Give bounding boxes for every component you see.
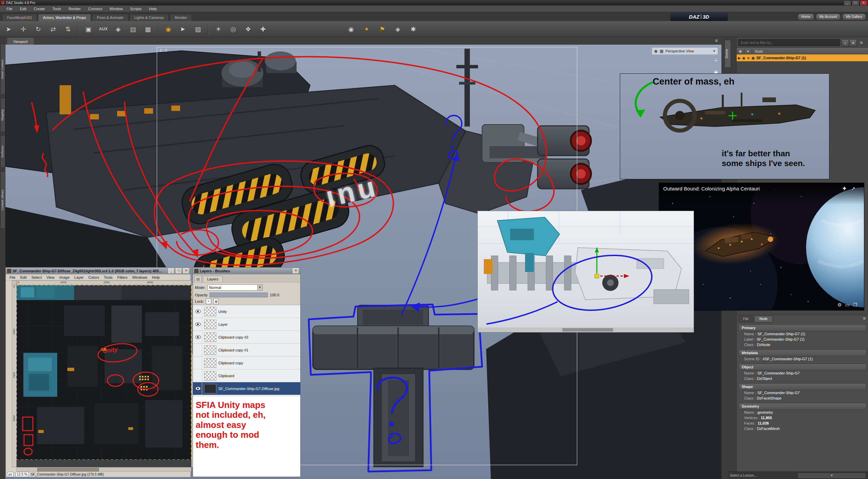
- scene-pane-menu-icon[interactable]: ≡: [860, 40, 863, 45]
- gimp-minimize-button[interactable]: _: [168, 268, 174, 274]
- geometry-editor-icon[interactable]: ▦: [143, 25, 153, 33]
- spot-render-icon[interactable]: ◉: [163, 25, 173, 33]
- layer-row-clipboard[interactable]: Clipboard: [193, 369, 300, 382]
- visibility-cell-empty[interactable]: [194, 369, 202, 382]
- visibility-eye-icon[interactable]: [195, 322, 201, 326]
- my-gallery-button[interactable]: My Gallery: [842, 14, 866, 20]
- menu-scripts[interactable]: Scripts: [127, 5, 146, 12]
- layers-dock-icon[interactable]: ▤: [194, 276, 202, 282]
- opacity-slider[interactable]: [210, 293, 268, 297]
- viewport-pane-menu-icon[interactable]: ≡: [715, 38, 718, 43]
- rotate-tool-icon[interactable]: ↻: [33, 25, 43, 33]
- frame-camera-icon[interactable]: ▣: [83, 25, 93, 33]
- gimp-close-button[interactable]: ✕: [183, 268, 189, 274]
- gimp-menu-colors[interactable]: Colors: [86, 275, 102, 279]
- gimp-menu-view[interactable]: View: [44, 275, 57, 279]
- visibility-eye-icon[interactable]: [195, 387, 201, 390]
- menu-connect[interactable]: Connect: [85, 5, 106, 12]
- scene-selected-node-row[interactable]: ▶ ◉ ➤ ▣ SF_Commander-Ship-G7 (1): [737, 54, 868, 61]
- menu-edit[interactable]: Edit: [16, 5, 30, 12]
- chevron-down-icon[interactable]: ▼: [713, 49, 716, 53]
- maximize-button[interactable]: □: [852, 0, 859, 5]
- universal-manipulator-icon[interactable]: ✛: [18, 25, 28, 33]
- aux-viewport-icon[interactable]: AUX: [98, 27, 108, 31]
- joint-editor-icon[interactable]: ◈: [393, 25, 403, 33]
- menu-help[interactable]: Help: [145, 5, 160, 12]
- visibility-eye-icon[interactable]: [195, 335, 201, 339]
- gimp-menu-select[interactable]: Select: [29, 275, 44, 279]
- tab-pose-animate[interactable]: Pose & Animate: [92, 14, 128, 21]
- texture-shaded-icon[interactable]: ▨: [193, 25, 203, 33]
- miniplayer-icon[interactable]: ▭: [845, 302, 853, 307]
- tab-file[interactable]: File: [738, 316, 754, 322]
- layers-title-bar[interactable]: Layers - Brushes ✕: [193, 268, 300, 274]
- gimp-menu-help[interactable]: Help: [150, 275, 162, 279]
- camera-tool-icon[interactable]: ◎: [228, 25, 238, 33]
- unit-selector[interactable]: px: [7, 472, 14, 477]
- menu-file[interactable]: File: [3, 5, 16, 12]
- perspective-cube-icon[interactable]: ◉: [346, 25, 356, 33]
- minimize-button[interactable]: _: [844, 0, 851, 5]
- lock-alpha-checkbox[interactable]: ▦: [213, 299, 219, 304]
- sidebar-tab-content-library[interactable]: Content Library: [0, 171, 5, 229]
- tab-facemorph101[interactable]: FaceMorph101: [2, 14, 37, 21]
- menu-create[interactable]: Create: [30, 5, 49, 12]
- visibility-cell-empty[interactable]: [194, 344, 202, 357]
- layers-close-button[interactable]: ✕: [293, 268, 299, 274]
- tab-lights-cameras[interactable]: Lights & Cameras: [129, 14, 169, 21]
- sidebar-tab-smart-content[interactable]: Smart Content: [0, 44, 5, 95]
- viewport-tab[interactable]: Viewport: [7, 38, 34, 45]
- expander-icon[interactable]: ▶: [738, 56, 741, 60]
- sidebar-tab-shaping[interactable]: Shaping: [0, 98, 5, 132]
- layer-row-unity[interactable]: Unity: [193, 305, 300, 318]
- scene-pane-vertical-tab[interactable]: Scene: [724, 40, 731, 68]
- highlight-lock-icon[interactable]: ✦: [362, 25, 372, 33]
- my-account-button[interactable]: My Account: [816, 14, 841, 20]
- translate-tool-icon[interactable]: ⇄: [48, 25, 58, 33]
- search-icon[interactable]: ⌕: [842, 39, 849, 47]
- eye-icon[interactable]: ◉: [742, 56, 745, 60]
- tab-node[interactable]: Node: [754, 316, 773, 322]
- zoom-selector[interactable]: 12.5 %: [16, 472, 29, 477]
- layer-row-diffuse-selected[interactable]: SF_Commander-Ship-G7-Diffuse.jpg: [193, 382, 300, 395]
- gimp-menu-image[interactable]: Image: [57, 275, 72, 279]
- menu-tools[interactable]: Tools: [49, 5, 65, 12]
- render-icon[interactable]: ►: [178, 25, 188, 33]
- scene-navigator-icon[interactable]: ❖: [243, 25, 253, 33]
- gimp-hscrollbar[interactable]: [17, 467, 191, 472]
- close-button[interactable]: ✕: [860, 0, 867, 5]
- pan-gizmo-icon[interactable]: ✛: [714, 58, 718, 65]
- visibility-cell-empty[interactable]: [194, 357, 202, 369]
- settings-gear-icon[interactable]: ⚙: [838, 302, 845, 307]
- tab-render[interactable]: Render: [170, 14, 192, 21]
- fullscreen-icon[interactable]: ❐: [853, 302, 861, 307]
- powerpose-icon[interactable]: ✚: [258, 25, 268, 33]
- layers-tab[interactable]: Layers: [203, 276, 223, 282]
- surface-selection-icon[interactable]: ▤: [128, 25, 138, 33]
- gimp-menu-windows[interactable]: Windows: [130, 275, 150, 279]
- mode-select[interactable]: Normal▼: [208, 284, 258, 291]
- sidebar-tab-surfaces[interactable]: Surfaces: [0, 135, 5, 168]
- inset-scrollbar-thumb[interactable]: [562, 328, 613, 332]
- camera-selector[interactable]: ◉ ▦ Perspective View ▼: [652, 47, 718, 55]
- gimp-title-bar[interactable]: SF_Commander-Ship-G7-Diffuse_Z4g001light…: [6, 268, 191, 274]
- gimp-menu-filters[interactable]: Filters: [115, 275, 130, 279]
- gimp-menu-layer[interactable]: Layer: [72, 275, 86, 279]
- tab-actors-wardrobe-props[interactable]: Actors, Wardrobe & Props: [38, 14, 91, 21]
- node-pane-menu-icon[interactable]: ≡: [863, 316, 866, 321]
- flag-tool-icon[interactable]: ⚑: [377, 25, 387, 33]
- lesson-dropdown-icon[interactable]: ▼: [798, 473, 866, 479]
- layer-row-clipboard-copy-2[interactable]: Clipboard copy #2: [193, 331, 300, 344]
- home-button[interactable]: Home: [798, 14, 814, 20]
- gimp-maximize-button[interactable]: □: [176, 268, 182, 274]
- visibility-eye-icon[interactable]: [195, 310, 201, 313]
- clear-filter-icon[interactable]: ✕: [849, 39, 857, 47]
- node-selection-icon[interactable]: ◈: [113, 25, 123, 33]
- gimp-menu-tools[interactable]: Tools: [102, 275, 115, 279]
- gimp-menu-file[interactable]: File: [7, 275, 18, 279]
- scale-tool-icon[interactable]: ⇅: [63, 25, 73, 33]
- video-title[interactable]: Outward Bound: Colonizing Alpha Centauri: [663, 186, 760, 191]
- menu-render[interactable]: Render: [65, 5, 84, 12]
- share-icon[interactable]: ↗: [851, 186, 860, 191]
- menu-window[interactable]: Window: [106, 5, 126, 12]
